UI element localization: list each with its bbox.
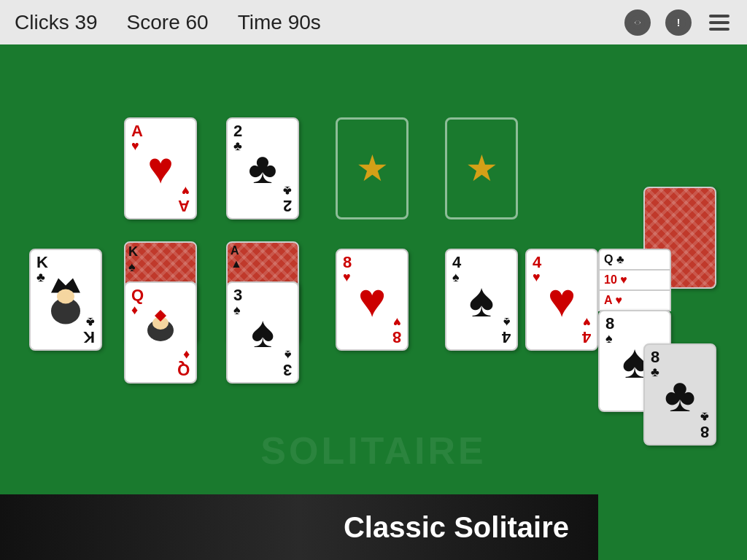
foundation-3[interactable]: ★	[336, 117, 409, 219]
waste-card-8clubs[interactable]: 8 ♣ ♣ 8 ♣	[643, 343, 716, 446]
svg-point-6	[57, 289, 74, 304]
tableau-col4[interactable]: 8 ♥ ♥ 8 ♥	[336, 249, 409, 351]
header-icons: !	[624, 9, 732, 36]
watermark: SOLITAIRE	[260, 429, 486, 472]
col3-three-spades[interactable]: 3 ♠ ♠ 3 ♠	[226, 281, 299, 384]
tableau-col6[interactable]: 4 ♥ ♥ 4 ♥	[525, 249, 598, 351]
col7-card-10: 10 ♥	[598, 269, 671, 291]
game-title: Classic Solitaire	[344, 511, 569, 544]
alert-icon[interactable]: !	[665, 9, 692, 36]
tableau-col1[interactable]: K ♣ K ♣	[29, 249, 102, 351]
col2-queen-diamonds[interactable]: Q ♦ Q ♦	[124, 281, 197, 384]
undo-icon[interactable]	[624, 9, 651, 36]
game-header: Clicks 39 Score 60 Time 90s !	[0, 0, 747, 44]
game-area: SOLITAIRE A ♥ ♥ A ♥ 2 ♣ ♣ 2 ♣ ★ ★ K ♣	[0, 44, 747, 560]
game-banner: Classic Solitaire	[0, 494, 598, 560]
menu-icon[interactable]	[706, 9, 732, 36]
foundation-2[interactable]: 2 ♣ ♣ 2 ♣	[226, 117, 299, 219]
col7-card-a: A ♥	[598, 289, 671, 311]
foundation-4[interactable]: ★	[445, 117, 518, 219]
tableau-col5[interactable]: 4 ♠ ♠ 4 ♠	[445, 249, 518, 351]
svg-text:!: !	[677, 17, 681, 28]
score-stat: Score 60	[127, 11, 209, 34]
col7-card-q: Q ♣	[598, 249, 671, 271]
svg-point-1	[635, 20, 640, 25]
foundation-1[interactable]: A ♥ ♥ A ♥	[124, 117, 197, 219]
clicks-stat: Clicks 39	[15, 11, 98, 34]
time-stat: Time 90s	[238, 11, 321, 34]
